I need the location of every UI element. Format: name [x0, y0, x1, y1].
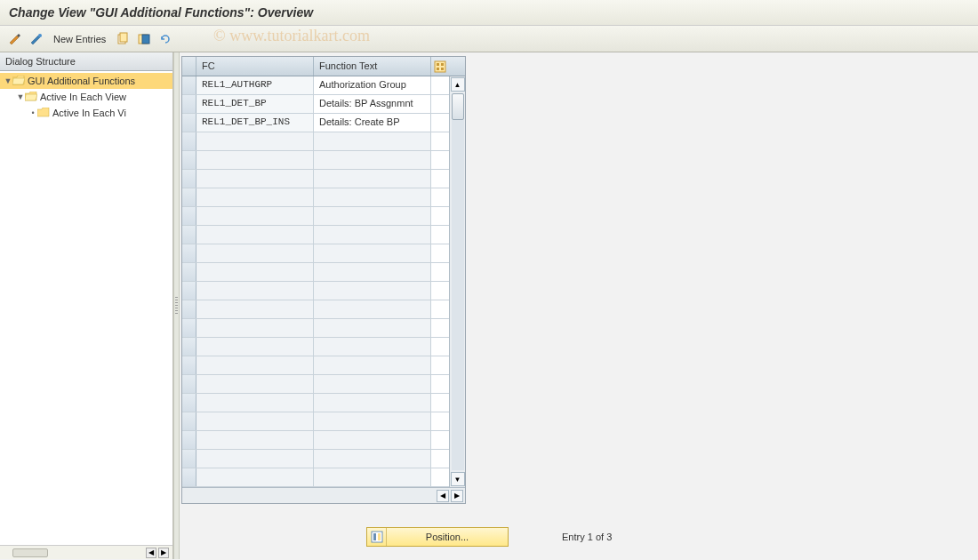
row-selector[interactable] [182, 95, 196, 113]
cell-function-text[interactable] [314, 300, 431, 318]
cell-function-text[interactable] [314, 431, 431, 449]
cell-fc[interactable] [196, 394, 314, 412]
cell-function-text[interactable] [314, 244, 431, 262]
row-selector[interactable] [182, 151, 196, 169]
grid-vertical-scrollbar[interactable]: ▲ ▼ [449, 76, 465, 487]
position-button[interactable]: Position... [366, 527, 509, 547]
cell-function-text[interactable] [314, 338, 431, 356]
splitter-handle[interactable] [173, 52, 180, 559]
tree-node[interactable]: ▼GUI Additional Functions [0, 73, 172, 89]
row-selector[interactable] [182, 338, 196, 356]
cell-function-text[interactable] [314, 468, 431, 486]
cell-fc[interactable] [196, 282, 314, 300]
row-selector[interactable] [182, 188, 196, 206]
grid-scroll-down-button[interactable]: ▼ [451, 472, 465, 486]
row-selector[interactable] [182, 412, 196, 430]
grid-scroll-left-button[interactable]: ◀ [437, 490, 449, 502]
cell-function-text[interactable] [314, 356, 431, 374]
row-selector[interactable] [182, 76, 196, 94]
cell-function-text[interactable]: Details: BP Assgnmnt [314, 95, 431, 113]
copy-as-icon[interactable] [115, 31, 131, 47]
cell-fc[interactable]: REL1_DET_BP [196, 95, 314, 113]
row-selector[interactable] [182, 468, 196, 486]
cell-fc[interactable] [196, 263, 314, 281]
cell-fc[interactable] [196, 151, 314, 169]
row-selector[interactable] [182, 300, 196, 318]
row-selector[interactable] [182, 431, 196, 449]
sidebar-horizontal-scrollbar[interactable]: ◀ ▶ [0, 545, 172, 559]
cell-fc[interactable] [196, 468, 314, 486]
tree-toggle-icon[interactable]: ▼ [4, 76, 12, 85]
row-selector[interactable] [182, 207, 196, 225]
cell-fc[interactable] [196, 300, 314, 318]
grid-horizontal-scrollbar[interactable]: ◀ ▶ [182, 487, 465, 503]
table-row [182, 188, 449, 207]
row-selector[interactable] [182, 319, 196, 337]
row-selector[interactable] [182, 282, 196, 300]
cell-fc[interactable] [196, 431, 314, 449]
cell-fc[interactable]: REL1_AUTHGRP [196, 76, 314, 94]
tree-node[interactable]: •Active In Each Vi [0, 105, 172, 121]
cell-function-text[interactable]: Authorization Group [314, 76, 431, 94]
grid-vscroll-thumb[interactable] [452, 93, 464, 120]
cell-function-text[interactable] [314, 412, 431, 430]
row-selector[interactable] [182, 132, 196, 150]
grid-vscroll-track[interactable] [452, 93, 464, 470]
cell-function-text[interactable] [314, 207, 431, 225]
row-selector[interactable] [182, 263, 196, 281]
sidebar-scroll-track[interactable] [12, 548, 48, 557]
new-entries-button[interactable]: New Entries [50, 34, 109, 44]
grid-column-fc[interactable]: FC [196, 57, 314, 76]
cell-fc[interactable] [196, 356, 314, 374]
table-row [182, 300, 449, 319]
cell-function-text[interactable] [314, 319, 431, 337]
cell-function-text[interactable] [314, 263, 431, 281]
row-selector[interactable] [182, 226, 196, 244]
cell-fc[interactable] [196, 375, 314, 393]
svg-rect-11 [373, 533, 376, 540]
sidebar-scroll-left-button[interactable]: ◀ [146, 548, 156, 558]
toggle-display-change-icon[interactable] [7, 31, 23, 47]
cell-function-text[interactable] [314, 188, 431, 206]
cell-function-text[interactable] [314, 226, 431, 244]
cell-fc[interactable] [196, 450, 314, 468]
cell-fc[interactable] [196, 188, 314, 206]
delete-icon[interactable] [136, 31, 152, 47]
grid-select-all-header[interactable] [182, 57, 196, 76]
cell-fc[interactable]: REL1_DET_BP_INS [196, 114, 314, 132]
tree-node[interactable]: ▼Active In Each View [0, 89, 172, 105]
cell-function-text[interactable] [314, 450, 431, 468]
cell-fc[interactable] [196, 412, 314, 430]
cell-function-text[interactable] [314, 282, 431, 300]
tree-toggle-icon[interactable]: • [28, 108, 37, 117]
tree-toggle-icon[interactable]: ▼ [16, 92, 25, 101]
cell-fc[interactable] [196, 207, 314, 225]
grid-column-function-text[interactable]: Function Text [314, 57, 431, 76]
cell-fc[interactable] [196, 170, 314, 188]
row-selector[interactable] [182, 114, 196, 132]
cell-function-text[interactable] [314, 394, 431, 412]
row-selector[interactable] [182, 450, 196, 468]
cell-function-text[interactable] [314, 375, 431, 393]
row-selector[interactable] [182, 375, 196, 393]
cell-fc[interactable] [196, 132, 314, 150]
row-selector[interactable] [182, 356, 196, 374]
row-selector[interactable] [182, 244, 196, 262]
cell-function-text[interactable] [314, 170, 431, 188]
other-view-icon[interactable] [28, 31, 44, 47]
sidebar-scroll-right-button[interactable]: ▶ [158, 548, 169, 558]
row-selector[interactable] [182, 170, 196, 188]
cell-function-text[interactable] [314, 132, 431, 150]
cell-fc[interactable] [196, 319, 314, 337]
cell-fc[interactable] [196, 226, 314, 244]
cell-fc[interactable] [196, 338, 314, 356]
grid-configure-icon[interactable] [431, 57, 449, 76]
cell-function-text[interactable] [314, 151, 431, 169]
cell-fc[interactable] [196, 244, 314, 262]
grid-scroll-right-button[interactable]: ▶ [451, 490, 463, 502]
row-selector[interactable] [182, 394, 196, 412]
grid-scroll-up-button[interactable]: ▲ [451, 77, 465, 92]
table-row [182, 412, 449, 431]
undo-icon[interactable] [157, 31, 173, 47]
cell-function-text[interactable]: Details: Create BP [314, 114, 431, 132]
